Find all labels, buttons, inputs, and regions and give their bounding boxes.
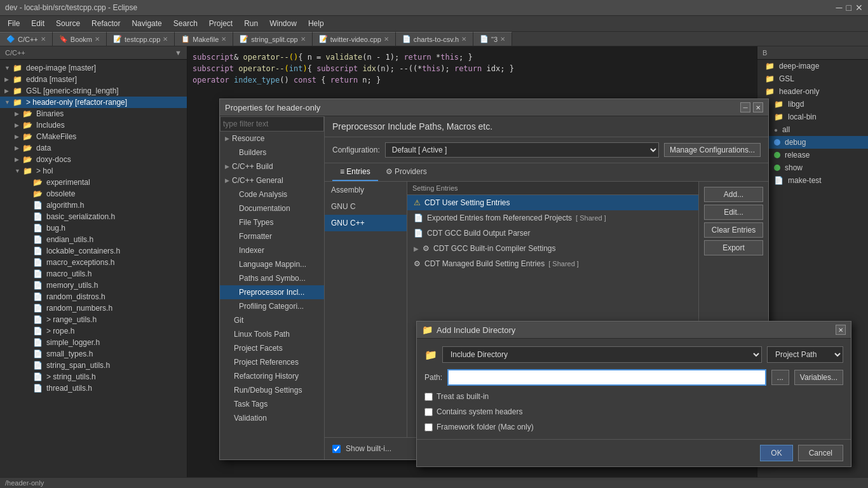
tree-item-obsolete[interactable]: 📂obsolete [0, 188, 187, 200]
right-tree-debug[interactable]: debug [757, 136, 868, 149]
prop-nav-linux-tools-path[interactable]: Linux Tools Path [220, 327, 324, 341]
tree-item-bug-h[interactable]: 📄bug.h [0, 222, 187, 234]
configuration-select[interactable]: Default [ Active ] [385, 142, 659, 158]
tree-item---hol[interactable]: ▼📁> hol [0, 165, 187, 177]
entry-gcc-builtin[interactable]: ▶ ⚙ CDT GCC Built-in Compiler Settings [407, 241, 698, 256]
tree-item-algorithm-h[interactable]: 📄algorithm.h [0, 200, 187, 211]
tree-item-experimental[interactable]: 📂experimental [0, 177, 187, 188]
tab-charts-to-csv-h[interactable]: 📄charts-to-csv.h✕ [396, 32, 473, 46]
right-tree-make-test[interactable]: 📄make-test [757, 174, 868, 187]
tree-item-eddna--master-[interactable]: ▶📁eddna [master] [0, 74, 187, 85]
minimize-btn[interactable]: ─ [836, 3, 843, 13]
tab-entries[interactable]: ≡ Entries [332, 163, 378, 181]
menu-item-window[interactable]: Window [264, 17, 302, 30]
maximize-btn[interactable]: □ [846, 3, 851, 13]
prop-nav-profiling-categori---[interactable]: Profiling Categori... [220, 299, 324, 313]
prop-nav-preprocessor-incl---[interactable]: Preprocessor Incl... [220, 285, 324, 299]
prop-nav-c-c---general[interactable]: ▶C/C++ General [220, 173, 324, 187]
prop-nav-validation[interactable]: Validation [220, 411, 324, 425]
path-input[interactable] [447, 369, 766, 386]
properties-minimize-btn[interactable]: ─ [740, 102, 750, 112]
menu-item-help[interactable]: Help [303, 17, 329, 30]
tree-item-doxy-docs[interactable]: ▶📂doxy-docs [0, 154, 187, 165]
properties-search-input[interactable] [220, 116, 324, 132]
clear-entries-button[interactable]: Clear Entries [704, 222, 763, 238]
tree-item-gsl--generic-string-length-[interactable]: ▶📁GSL [generic-string_length] [0, 85, 187, 97]
tab-c-c--[interactable]: 🔷C/C++✕ [0, 32, 53, 46]
tab--3[interactable]: 📄"3✕ [473, 32, 512, 46]
tree-item-random-numbers-h[interactable]: 📄random_numbers.h [0, 302, 187, 314]
manage-configurations-button[interactable]: Manage Configurations... [664, 143, 761, 157]
prop-nav-task-tags[interactable]: Task Tags [220, 397, 324, 411]
tab-twitter-video-cpp[interactable]: 📝twitter-video.cpp✕ [313, 32, 396, 46]
tree-item-string-span-utils-h[interactable]: 📄string_span_utils.h [0, 360, 187, 371]
variables-button[interactable]: Variables... [794, 370, 843, 385]
tree-item-macro-exceptions-h[interactable]: 📄macro_exceptions.h [0, 257, 187, 268]
tree-item---rope-h[interactable]: 📄> rope.h [0, 325, 187, 337]
right-tree-libgd[interactable]: 📁libgd [757, 98, 868, 111]
left-panel-menu-icon[interactable]: ▼ [175, 49, 182, 57]
tab-close-icon[interactable]: ✕ [95, 36, 100, 43]
tree-item---range-utils-h[interactable]: 📄> range_utils.h [0, 314, 187, 325]
menu-item-refactor[interactable]: Refactor [86, 17, 125, 30]
language-gnu-cpp[interactable]: GNU C++ [325, 215, 407, 231]
right-tree-local-bin[interactable]: 📁local-bin [757, 111, 868, 123]
tab-close-icon[interactable]: ✕ [384, 36, 389, 43]
tree-item-endian-utils-h[interactable]: 📄endian_utils.h [0, 234, 187, 245]
treat-as-builtin-checkbox[interactable] [424, 393, 433, 401]
entry-exported[interactable]: 📄 Exported Entries from Referenced Proje… [407, 210, 698, 226]
tab-close-icon[interactable]: ✕ [163, 36, 168, 43]
ok-button[interactable]: OK [760, 445, 792, 461]
export-button[interactable]: Export [704, 240, 763, 255]
language-gnu-c[interactable]: GNU C [325, 198, 407, 215]
tree-item-small-types-h[interactable]: 📄small_types.h [0, 348, 187, 360]
tab-providers[interactable]: ⚙ Providers [378, 163, 435, 181]
properties-close-btn[interactable]: ✕ [753, 102, 763, 112]
tree-item-deep-image--master-[interactable]: ▼📁deep-image [master] [0, 62, 187, 74]
menu-item-project[interactable]: Project [204, 17, 238, 30]
edit-button[interactable]: Edit... [704, 205, 763, 220]
language-assembly[interactable]: Assembly [325, 182, 407, 198]
right-tree-all[interactable]: ●all [757, 123, 868, 136]
tree-item-basic-serialization-h[interactable]: 📄basic_serialization.h [0, 211, 187, 222]
tree-item-cmakefiles[interactable]: ▶📂CMakeFiles [0, 131, 187, 142]
menu-item-file[interactable]: File [3, 17, 25, 30]
cancel-button[interactable]: Cancel [798, 445, 843, 461]
right-tree-release[interactable]: release [757, 149, 868, 161]
prop-nav-refactoring-history[interactable]: Refactoring History [220, 369, 324, 383]
tree-item-includes[interactable]: ▶📂Includes [0, 119, 187, 131]
add-include-close-btn[interactable]: ✕ [836, 325, 846, 335]
menu-item-run[interactable]: Run [239, 17, 263, 30]
menu-item-navigate[interactable]: Navigate [126, 17, 166, 30]
entry-gcc-build-output[interactable]: 📄 CDT GCC Build Output Parser [407, 226, 698, 241]
right-tree-show[interactable]: show [757, 161, 868, 174]
tab-testcpp-cpp[interactable]: 📝testcpp.cpp✕ [107, 32, 175, 46]
add-button[interactable]: Add... [704, 187, 763, 202]
prop-nav-run-debug-settings[interactable]: Run/Debug Settings [220, 383, 324, 397]
project-path-select[interactable]: Project Path Workspace Path Filesystem E… [767, 346, 843, 363]
tree-item-data[interactable]: ▶📂data [0, 142, 187, 154]
tab-close-icon[interactable]: ✕ [41, 36, 46, 43]
prop-nav-c-c---build[interactable]: ▶C/C++ Build [220, 159, 324, 173]
tab-close-icon[interactable]: ✕ [301, 36, 306, 43]
prop-nav-file-types[interactable]: File Types [220, 215, 324, 229]
prop-nav-resource[interactable]: ▶Resource [220, 132, 324, 146]
tab-makefile[interactable]: 📋Makefile✕ [175, 32, 233, 46]
right-tree-header-only[interactable]: 📁header-only [757, 85, 868, 98]
tab-bookm[interactable]: 🔖Bookm✕ [53, 32, 107, 46]
framework-folder-checkbox[interactable] [424, 423, 433, 431]
prop-nav-project-references[interactable]: Project References [220, 355, 324, 369]
prop-nav-formatter[interactable]: Formatter [220, 229, 324, 243]
tab-close-icon[interactable]: ✕ [221, 36, 226, 43]
entry-cdt-user[interactable]: ⚠ CDT User Setting Entries [407, 195, 698, 210]
prop-nav-indexer[interactable]: Indexer [220, 243, 324, 257]
contains-system-headers-checkbox[interactable] [424, 408, 433, 416]
prop-nav-paths-and-symbo---[interactable]: Paths and Symbo... [220, 271, 324, 285]
entry-managed-build[interactable]: ⚙ CDT Managed Build Setting Entries [ Sh… [407, 256, 698, 271]
right-tree-gsl[interactable]: 📁GSL [757, 72, 868, 85]
directory-type-select[interactable]: Include Directory Include File Macro Fil… [442, 346, 762, 363]
tree-item-simple-logger-h[interactable]: 📄simple_logger.h [0, 337, 187, 348]
menu-item-edit[interactable]: Edit [26, 17, 50, 30]
prop-nav-builders[interactable]: Builders [220, 146, 324, 159]
tree-item---string-utils-h[interactable]: 📄> string_utils.h [0, 371, 187, 383]
